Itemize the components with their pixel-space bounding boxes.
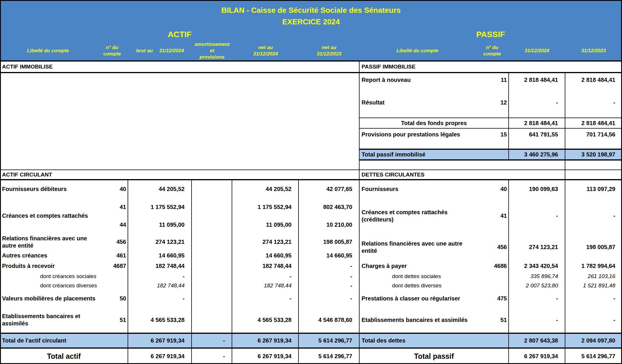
table-row: Fournisseurs débiteurs 40 44 205,52 44 2… xyxy=(0,180,359,198)
amount-net-2024: 11 095,00 xyxy=(232,216,299,234)
row-label: Produits à recevoir xyxy=(0,261,96,271)
row-label: Créances et comptes rattachés(créditeurs… xyxy=(360,198,476,234)
amount-2023: 113 097,29 xyxy=(565,180,622,198)
amount-net-2024: 182 748,44 xyxy=(232,261,299,271)
amount-net-2024: 44 205,52 xyxy=(232,180,299,198)
col-header-net-2024: net au31/12/2024 xyxy=(232,42,299,60)
row-label: Total actif xyxy=(0,349,128,364)
amount-net-2023: - xyxy=(299,290,359,307)
amount-brut: 6 267 919,34 xyxy=(128,334,192,347)
amount-2024: 335 896,74 xyxy=(509,271,565,281)
amount-net-2023: 14 660,95 xyxy=(299,250,359,261)
account-number: 461 xyxy=(96,250,128,261)
total-passif-immobilise-row: Total passif immobilisé 3 460 275,96 3 5… xyxy=(360,149,622,161)
amount-2023: - xyxy=(565,307,622,333)
amount-net-2024: - xyxy=(232,290,299,307)
total-dettes-row: Total des dettes 2 807 643,38 2 094 097,… xyxy=(360,333,622,349)
row-label: Total des dettes xyxy=(360,334,509,347)
header-band: BILAN - Caisse de Sécurité Sociale des S… xyxy=(0,0,622,62)
row-label: Etablissements bancaires etassimilés xyxy=(0,307,96,333)
account-number: 12 xyxy=(476,96,509,118)
total-fonds-propres-row: Total des fonds propres 2 818 484,41 2 8… xyxy=(360,118,622,129)
spacer-row xyxy=(360,161,622,170)
total-actif-circulant-row: Total de l'actif circulant 6 267 919,34 … xyxy=(0,333,359,349)
amount-brut: 182 748,44 xyxy=(128,281,192,290)
col-header-2023-right: 31/12/2023 xyxy=(565,42,622,60)
amount-net-2023: - xyxy=(299,261,359,271)
section-passif-immobilise: PASSIF IMMOBILISE xyxy=(360,62,622,73)
row-label: Fournisseurs débiteurs xyxy=(0,180,96,198)
account-number: 456 xyxy=(96,234,128,250)
account-number: 51 xyxy=(96,307,128,333)
table-row: Etablissements bancaires et assimilés 51… xyxy=(360,307,622,333)
amount-2023: 1 521 891,48 xyxy=(565,281,622,290)
col-header-libelle-left: Libellé du compte xyxy=(0,42,96,60)
amount-amortissement xyxy=(192,271,232,281)
amount-brut: 6 267 919,34 xyxy=(128,349,192,364)
amount-2023: 2 818 484,41 xyxy=(565,73,622,96)
amount-amortissement xyxy=(192,307,232,333)
row-label: Total des fonds propres xyxy=(360,118,509,128)
section-actif-immobilise: ACTIF IMMOBILISE xyxy=(0,62,359,73)
sheet-title: BILAN - Caisse de Sécurité Sociale des S… xyxy=(0,5,622,16)
amount-2023: 1 782 994,64 xyxy=(565,261,622,271)
amount-amortissement xyxy=(192,281,232,290)
amount-2024: 2 818 484,41 xyxy=(509,73,565,96)
amount-net-2023: - xyxy=(299,271,359,281)
amount-2024: 2 007 523,80 xyxy=(509,281,565,290)
amount-amortissement xyxy=(192,290,232,307)
amount-net-2023: 42 077,65 xyxy=(299,180,359,198)
amount-2023: 3 520 198,97 xyxy=(565,150,622,159)
amount-net-2023: 10 210,00 xyxy=(299,216,359,234)
amount-2024: - xyxy=(509,307,565,333)
amount-net-2024: 4 565 533,28 xyxy=(232,307,299,333)
amount-net-2024: 274 123,21 xyxy=(232,234,299,250)
col-header-num-right: n° ducompte xyxy=(476,42,509,60)
amount-brut: 182 748,44 xyxy=(128,261,192,271)
amount-brut: - xyxy=(128,290,192,307)
table-row: Relations financières avec uneautre enti… xyxy=(0,234,359,250)
amount-brut: 44 205,52 xyxy=(128,180,192,198)
section-label: ACTIF IMMOBILISE xyxy=(0,62,53,72)
row-label: Résultat xyxy=(360,96,476,118)
amount-2024: 6 267 919,34 xyxy=(509,349,565,364)
actif-title: ACTIF xyxy=(0,28,359,41)
total-passif-row: Total passif 6 267 919,34 5 614 296,77 xyxy=(360,349,622,364)
account-number: 4687 xyxy=(96,261,128,271)
row-label: Valeurs mobilières de placements xyxy=(0,290,96,307)
amount-2023: 2 094 097,80 xyxy=(565,334,622,347)
amount-net-2023: 5 614 296,77 xyxy=(299,349,359,364)
account-number: 15 xyxy=(476,129,509,149)
amount-2023: 261 103,16 xyxy=(565,271,622,281)
table-row: Valeurs mobilières de placements 50 - - … xyxy=(0,290,359,307)
row-label: Prestations à classer ou régulariser xyxy=(360,290,476,307)
amount-amortissement: - xyxy=(192,349,232,364)
table-subrow: 41 1 175 552,94 1 175 552,94 802 463,70 xyxy=(96,198,359,216)
total-actif-row: Total actif 6 267 919,34 - 6 267 919,34 … xyxy=(0,349,359,364)
amount-2023: 701 714,56 xyxy=(565,129,622,149)
amount-net-2024: 6 267 919,34 xyxy=(232,334,299,347)
row-label: Provisions pour prestations légales xyxy=(360,129,476,149)
account-number: 41 xyxy=(476,198,509,234)
table-row: dont dettes diverses 2 007 523,80 1 521 … xyxy=(360,281,622,290)
section-label: ACTIF CIRCULANT xyxy=(0,170,52,179)
account-number: 51 xyxy=(476,307,509,333)
amount-net-2023: - xyxy=(299,281,359,290)
section-dettes-circulantes: DETTES CIRCULANTES xyxy=(360,170,622,180)
table-row: Autres créances 461 14 660,95 14 660,95 … xyxy=(0,250,359,261)
row-label: dont dettes diverses xyxy=(360,281,509,290)
amount-brut: 1 175 552,94 xyxy=(128,198,192,216)
amount-2024: 3 460 275,96 xyxy=(509,150,565,159)
amount-2024: 2 807 643,38 xyxy=(509,334,565,347)
row-label: dont créances diverses xyxy=(0,281,128,290)
account-number: 50 xyxy=(96,290,128,307)
col-header-num-left: n° ducompte xyxy=(96,42,128,60)
row-label: Charges à payer xyxy=(360,261,476,271)
table-row: dont créances diverses 182 748,44 182 74… xyxy=(0,281,359,290)
col-header-net-2023: net au31/12/2023 xyxy=(299,42,359,60)
amount-2024: 274 123,21 xyxy=(509,234,565,261)
amount-2023: - xyxy=(565,198,622,234)
table-row: Fournisseurs 40 190 099,63 113 097,29 xyxy=(360,180,622,198)
amount-brut: - xyxy=(128,271,192,281)
table-row: Etablissements bancaires etassimilés 51 … xyxy=(0,307,359,333)
